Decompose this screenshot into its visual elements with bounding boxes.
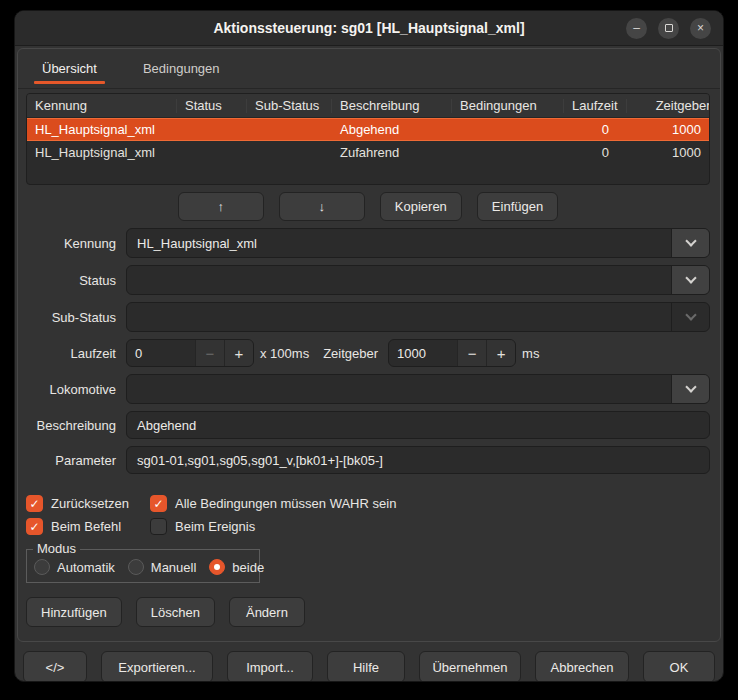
notebook: Übersicht Bedingungen Kennung Status Sub… — [17, 48, 721, 642]
close-button[interactable]: × — [690, 18, 711, 39]
checkbox-zuruecksetzen[interactable]: ✓ Zurücksetzen — [26, 495, 150, 512]
chevron-down-icon — [685, 309, 696, 320]
zeitgeber-decrement-button[interactable]: − — [457, 340, 486, 366]
tab-uebersicht-label: Übersicht — [42, 61, 97, 76]
add-button[interactable]: Hinzufügen — [26, 597, 122, 627]
laufzeit-row: Laufzeit 0 − + x 100ms Zeitgeber 1000 − — [26, 339, 710, 367]
lokomotive-row: Lokomotive — [26, 374, 710, 404]
zeitgeber-unit-label: ms — [516, 346, 545, 361]
status-row: Status — [26, 265, 710, 295]
radio-beide-label: beide — [232, 560, 264, 575]
laufzeit-spinner[interactable]: 0 − + — [126, 339, 254, 367]
dialog-window: Aktionssteuerung: sg01 [HL_Hauptsignal_x… — [14, 10, 724, 682]
cell-zeitgeber: 1000 — [617, 145, 709, 160]
code-button[interactable]: </> — [23, 651, 87, 682]
zeitgeber-value: 1000 — [389, 346, 457, 361]
import-button[interactable]: Import... — [227, 651, 313, 682]
radio-manuell-label: Manuell — [151, 560, 197, 575]
status-dropdown-button[interactable] — [671, 266, 709, 294]
help-button[interactable]: Hilfe — [327, 651, 405, 682]
status-label: Status — [26, 273, 126, 288]
checkbox-beim-befehl[interactable]: ✓ Beim Befehl — [26, 518, 150, 535]
radio-dot — [214, 564, 220, 570]
move-up-button[interactable]: ↑ — [178, 192, 264, 221]
laufzeit-decrement-button[interactable]: − — [195, 340, 224, 366]
checkbox-row-2: ✓ Beim Befehl Beim Ereignis — [26, 518, 710, 535]
radio-automatik[interactable]: Automatik — [34, 559, 115, 575]
move-down-button[interactable]: ↓ — [279, 192, 365, 221]
table-row[interactable]: HL_Hauptsignal_xml Zufahrend 0 1000 — [27, 141, 709, 164]
cancel-button[interactable]: Abbrechen — [535, 651, 629, 682]
col-zeitgeber[interactable]: Zeitgeber — [627, 99, 710, 113]
window-controls: – × — [626, 18, 723, 39]
radio-unselected-icon — [128, 559, 144, 575]
table-row[interactable]: HL_Hauptsignal_xml Abgehend 0 1000 — [27, 118, 709, 141]
lokomotive-dropdown-button[interactable] — [671, 375, 709, 403]
export-button[interactable]: Exportieren... — [101, 651, 213, 682]
zeitgeber-label: Zeitgeber — [315, 346, 388, 361]
sub-status-dropdown-button — [671, 303, 709, 331]
checkbox-unchecked-icon — [150, 518, 167, 535]
sub-status-label: Sub-Status — [26, 310, 126, 325]
parameter-input[interactable]: sg01-01,sg01,sg05,sg01_v,[bk01+]-[bk05-] — [126, 446, 710, 474]
zeitgeber-increment-button[interactable]: + — [486, 340, 515, 366]
checkbox-checked-icon: ✓ — [26, 518, 43, 535]
copy-button[interactable]: Kopieren — [380, 192, 462, 221]
col-sub-status[interactable]: Sub-Status — [247, 99, 332, 113]
col-bedingungen[interactable]: Bedingungen — [452, 99, 564, 113]
kennung-combobox[interactable]: HL_Hauptsignal_xml — [126, 228, 710, 258]
actions-table[interactable]: Kennung Status Sub-Status Beschreibung B… — [26, 93, 710, 185]
check-icon: ✓ — [153, 498, 163, 510]
checkbox-alle-bedingungen[interactable]: ✓ Alle Bedingungen müssen WAHR sein — [150, 495, 396, 512]
col-status[interactable]: Status — [177, 99, 247, 113]
paste-button[interactable]: Einfügen — [477, 192, 558, 221]
minimize-button[interactable]: – — [626, 18, 647, 39]
sub-status-combobox — [126, 302, 710, 332]
change-button[interactable]: Ändern — [229, 597, 305, 627]
laufzeit-unit-label: x 100ms — [254, 346, 315, 361]
radio-selected-icon — [209, 559, 225, 575]
up-arrow-icon: ↑ — [218, 199, 225, 214]
col-kennung[interactable]: Kennung — [27, 99, 177, 113]
row-toolbar: ↑ ↓ Kopieren Einfügen — [26, 192, 710, 221]
minus-icon: − — [206, 345, 215, 362]
kennung-dropdown-button[interactable] — [671, 229, 709, 257]
checkbox-zuruecksetzen-label: Zurücksetzen — [51, 496, 129, 511]
tab-strip: Übersicht Bedingungen — [18, 49, 720, 89]
maximize-icon — [665, 24, 673, 32]
ok-button[interactable]: OK — [643, 651, 715, 682]
close-icon: × — [697, 22, 704, 34]
status-combobox[interactable] — [126, 265, 710, 295]
col-beschreibung[interactable]: Beschreibung — [332, 99, 452, 113]
sub-status-row: Sub-Status — [26, 302, 710, 332]
options-section: ✓ Zurücksetzen ✓ Alle Bedingungen müssen… — [26, 489, 710, 535]
col-laufzeit[interactable]: Laufzeit — [564, 99, 627, 113]
maximize-button[interactable] — [658, 18, 679, 39]
beschreibung-input[interactable]: Abgehend — [126, 411, 710, 439]
delete-button[interactable]: Löschen — [136, 597, 215, 627]
laufzeit-label: Laufzeit — [26, 346, 126, 361]
radio-manuell[interactable]: Manuell — [128, 559, 197, 575]
plus-icon: + — [497, 345, 506, 362]
radio-automatik-label: Automatik — [57, 560, 115, 575]
radio-unselected-icon — [34, 559, 50, 575]
parameter-value: sg01-01,sg01,sg05,sg01_v,[bk01+]-[bk05-] — [127, 453, 709, 468]
checkbox-beim-ereignis[interactable]: Beim Ereignis — [150, 518, 255, 535]
apply-button[interactable]: Übernehmen — [419, 651, 521, 682]
lokomotive-combobox[interactable] — [126, 374, 710, 404]
laufzeit-value: 0 — [127, 346, 195, 361]
lokomotive-label: Lokomotive — [26, 382, 126, 397]
cell-laufzeit: 0 — [564, 122, 617, 137]
radio-beide[interactable]: beide — [209, 559, 264, 575]
tab-uebersicht[interactable]: Übersicht — [32, 49, 107, 88]
tab-bedingungen[interactable]: Bedingungen — [133, 49, 230, 88]
zeitgeber-spinner[interactable]: 1000 − + — [388, 339, 516, 367]
checkbox-checked-icon: ✓ — [150, 495, 167, 512]
modus-group: Modus Automatik Manuell beide — [26, 549, 260, 583]
down-arrow-icon: ↓ — [319, 199, 326, 214]
titlebar[interactable]: Aktionssteuerung: sg01 [HL_Hauptsignal_x… — [15, 11, 723, 46]
beschreibung-value: Abgehend — [127, 418, 709, 433]
tab-bedingungen-label: Bedingungen — [143, 61, 220, 76]
tab-page-uebersicht: Kennung Status Sub-Status Beschreibung B… — [18, 89, 720, 641]
laufzeit-increment-button[interactable]: + — [224, 340, 253, 366]
